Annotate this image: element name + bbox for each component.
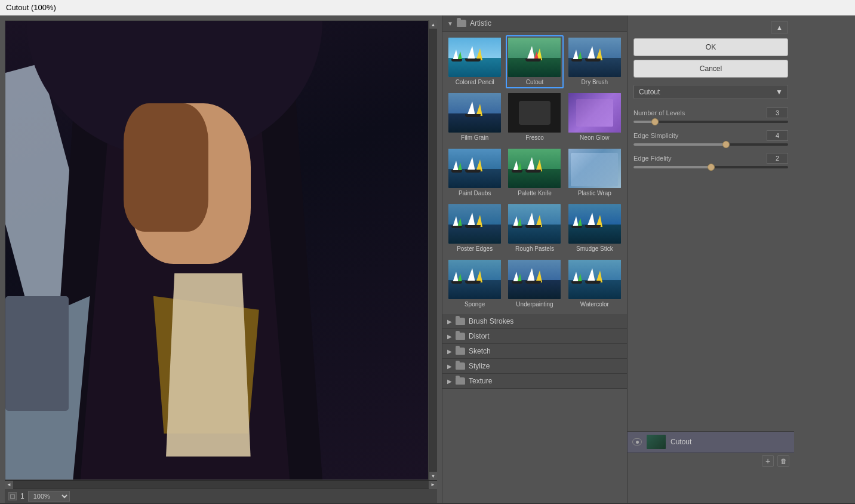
settings-panel: ▲ OK Cancel Cutout ▼ Number of Levels: [627, 16, 794, 503]
sponge-thumb: [448, 260, 501, 299]
distort-arrow: ▶: [447, 333, 452, 340]
artistic-folder-icon: [457, 20, 466, 27]
canvas-footer: □ 1 100% 50% 200%: [5, 488, 437, 503]
delete-icon: 🗑: [780, 457, 787, 465]
paint-daubs-thumb: [448, 149, 501, 188]
edge-simplicity-track[interactable]: [633, 143, 788, 146]
layer-buttons-row: + 🗑: [628, 453, 794, 469]
palette-knife-thumb: [508, 149, 561, 188]
filter-underpainting[interactable]: Underpainting: [506, 257, 563, 311]
filter-plastic-wrap[interactable]: Plastic Wrap: [566, 146, 623, 199]
scroll-left-button[interactable]: ◄: [5, 481, 13, 489]
dropdown-chevron-icon: ▼: [776, 88, 783, 96]
filter-dry-brush[interactable]: Dry Brush: [566, 35, 623, 88]
paint-daubs-label: Paint Daubs: [459, 190, 491, 197]
smudge-stick-label: Smudge Stick: [576, 245, 613, 253]
filter-smudge-stick[interactable]: Smudge Stick: [566, 202, 623, 255]
edge-fidelity-thumb[interactable]: [708, 164, 715, 171]
number-of-levels-value[interactable]: [767, 107, 788, 118]
collapse-icon: ▲: [776, 24, 783, 31]
number-of-levels-label: Number of Levels: [633, 109, 685, 116]
ok-button[interactable]: OK: [633, 38, 788, 56]
delete-layer-button[interactable]: 🗑: [777, 455, 789, 467]
filter-sponge[interactable]: Sponge: [446, 257, 503, 311]
filter-colored-pencil[interactable]: Colored Pencil: [446, 35, 503, 88]
edge-fidelity-value[interactable]: [767, 153, 788, 164]
collapse-button[interactable]: ▲: [771, 21, 788, 33]
category-sketch[interactable]: ▶ Sketch: [442, 344, 627, 359]
canvas-with-scrollbar: ▲ ▼: [5, 20, 437, 480]
underpainting-thumb: [508, 260, 561, 299]
sketch-arrow: ▶: [447, 348, 452, 355]
filter-watercolor[interactable]: Watercolor: [566, 257, 623, 311]
number-of-levels-label-row: Number of Levels: [633, 107, 788, 118]
fresco-label: Fresco: [525, 134, 544, 142]
filter-fresco[interactable]: Fresco: [506, 91, 563, 144]
scroll-up-button[interactable]: ▲: [429, 20, 438, 29]
watercolor-label: Watercolor: [580, 301, 609, 308]
filter-neon-glow[interactable]: Neon Glow: [566, 91, 623, 144]
layer-name: Cutout: [671, 438, 691, 446]
scroll-track-vertical[interactable]: [431, 30, 436, 471]
filter-palette-knife[interactable]: Palette Knife: [506, 146, 563, 199]
canvas-container[interactable]: [5, 20, 429, 480]
fresco-thumb: [508, 93, 561, 133]
category-distort[interactable]: ▶ Distort: [442, 329, 627, 344]
layers-panel: Cutout + 🗑: [628, 431, 794, 503]
edge-fidelity-track[interactable]: [633, 166, 788, 168]
filter-paint-daubs[interactable]: Paint Daubs: [446, 146, 503, 199]
edge-simplicity-label-row: Edge Simplicity: [633, 130, 788, 141]
edge-fidelity-group: Edge Fidelity: [633, 153, 788, 168]
scroll-right-button[interactable]: ►: [429, 481, 437, 489]
robe-cream: [166, 273, 251, 456]
poster-edges-label: Poster Edges: [457, 245, 493, 253]
layer-item-cutout[interactable]: Cutout: [628, 432, 794, 453]
rough-pastels-label: Rough Pastels: [515, 245, 554, 253]
neon-glow-label: Neon Glow: [580, 134, 609, 142]
smudge-stick-thumb: [568, 204, 621, 244]
artistic-expand-arrow: ▼: [447, 20, 453, 27]
underpainting-label: Underpainting: [516, 301, 553, 308]
brush-strokes-arrow: ▶: [447, 318, 452, 325]
settings-top-area: ▲ OK Cancel Cutout ▼ Number of Levels: [628, 16, 794, 431]
scroll-track-horizontal[interactable]: [14, 483, 428, 487]
distort-label: Distort: [469, 332, 490, 340]
canvas-painting: [5, 21, 428, 480]
edge-fidelity-fill: [633, 166, 711, 168]
number-of-levels-group: Number of Levels: [633, 107, 788, 123]
category-texture[interactable]: ▶ Texture: [442, 374, 627, 389]
category-artistic-header[interactable]: ▼ Artistic: [442, 16, 627, 32]
filter-film-grain[interactable]: Film Grain: [446, 91, 503, 144]
filter-dropdown[interactable]: Cutout ▼: [633, 85, 788, 99]
layer-visibility-icon[interactable]: [632, 438, 642, 445]
filter-cutout[interactable]: Cutout: [506, 35, 563, 88]
stylize-folder-icon: [456, 362, 465, 370]
dry-brush-label: Dry Brush: [582, 79, 608, 86]
filter-poster-edges[interactable]: Poster Edges: [446, 202, 503, 255]
canvas-size-indicator: 1: [20, 492, 24, 500]
category-brush-strokes[interactable]: ▶ Brush Strokes: [442, 314, 627, 329]
category-stylize[interactable]: ▶ Stylize: [442, 359, 627, 374]
edge-simplicity-value[interactable]: [767, 130, 788, 141]
filter-rough-pastels[interactable]: Rough Pastels: [506, 202, 563, 255]
horizontal-scrollbar[interactable]: ◄ ►: [5, 480, 437, 488]
add-layer-button[interactable]: +: [762, 455, 774, 467]
number-of-levels-track[interactable]: [633, 121, 788, 123]
scroll-down-button[interactable]: ▼: [429, 472, 438, 480]
artistic-category-label: Artistic: [470, 19, 491, 27]
number-of-levels-thumb[interactable]: [651, 118, 659, 125]
stylize-label: Stylize: [469, 362, 490, 370]
texture-folder-icon: [456, 377, 465, 385]
cancel-button[interactable]: Cancel: [633, 60, 788, 78]
vertical-scrollbar[interactable]: ▲ ▼: [429, 20, 437, 480]
edge-fidelity-label-row: Edge Fidelity: [633, 153, 788, 164]
canvas-size-icon: □: [8, 492, 17, 500]
filter-grid: Colored Pencil Cutout: [442, 32, 627, 314]
sketch-label: Sketch: [469, 347, 491, 355]
shape-gray2: [5, 296, 69, 411]
watercolor-thumb: [568, 260, 621, 299]
palette-knife-label: Palette Knife: [518, 190, 552, 197]
edge-simplicity-thumb[interactable]: [722, 141, 730, 148]
rough-pastels-thumb: [508, 204, 561, 244]
zoom-select[interactable]: 100% 50% 200%: [28, 491, 70, 502]
